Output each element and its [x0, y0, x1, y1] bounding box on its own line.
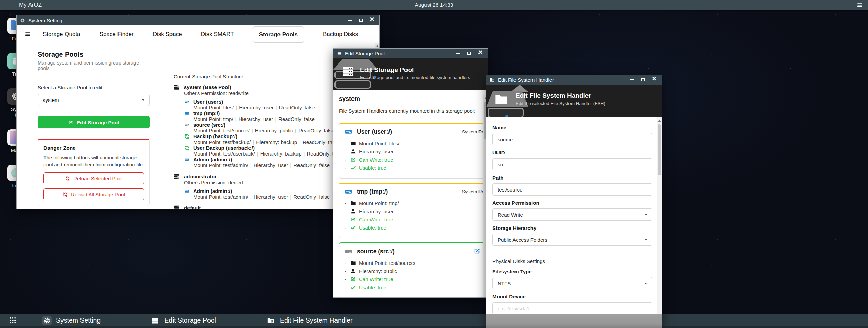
tab-space-finder[interactable]: Space Finder — [100, 31, 134, 38]
mount-device-input[interactable] — [492, 302, 652, 314]
storage-hierarchy-select[interactable]: Public Access Folders — [492, 234, 652, 246]
pool-name: administrator — [184, 174, 217, 179]
edit-fsh-button[interactable] — [474, 248, 481, 254]
desktop: My ArOZ August 26 14:33 FileTraSyst tMan… — [0, 0, 868, 328]
chevron-down-icon — [644, 281, 648, 286]
menu-icon[interactable] — [25, 31, 31, 37]
bars-icon — [337, 51, 342, 56]
divider — [38, 111, 150, 111]
edit-storage-pool-button[interactable]: Edit Storage Pool — [38, 116, 150, 128]
tab-storage-quota[interactable]: Storage Quota — [43, 31, 80, 38]
edit-fsh-window: Edit File System Handler Edit File Syste… — [486, 75, 662, 328]
name-input[interactable] — [492, 133, 652, 145]
minimize-button[interactable] — [630, 79, 634, 80]
filesystem-type-label: Filesystem Type — [492, 268, 655, 275]
maximize-button[interactable] — [641, 78, 645, 81]
tab-backup-disks[interactable]: Backup Disks — [323, 31, 358, 38]
close-button[interactable] — [652, 77, 657, 83]
scrollbar[interactable] — [657, 117, 662, 328]
fsh-property-text: Mount Point: tmp/ — [359, 200, 399, 206]
uuid-input[interactable] — [492, 158, 652, 170]
pool-name-heading: system — [339, 95, 482, 103]
fsh-property-row: Usable: true — [345, 223, 482, 232]
page-subtitle: Manage system and permission group stora… — [38, 60, 150, 71]
taskbar-app-edit-storage-pool[interactable]: Edit Storage Pool — [151, 316, 216, 324]
field-storage-hierarchy: Storage HierarchyPublic Access Folders — [492, 225, 655, 246]
fsh-name: Backup (backup:/) — [193, 134, 237, 139]
maximize-button[interactable] — [359, 19, 363, 22]
minimize-button[interactable] — [456, 53, 460, 54]
hdd-icon — [345, 248, 352, 255]
window-controls — [630, 77, 658, 83]
reload-selected-pool-button[interactable]: Reload Selected Pool — [43, 172, 144, 184]
header-title: Edit File System Handler — [516, 92, 662, 99]
edit-fsh-titlebar[interactable]: Edit File System Handler — [486, 75, 662, 85]
header-title: Edit Storage Pool — [360, 66, 488, 74]
taskbar-app-edit-file-system-handler[interactable]: Edit File System Handler — [267, 316, 353, 324]
tab-bar: Storage QuotaSpace FinderDisk SpaceDisk … — [17, 25, 379, 43]
tab-storage-pools[interactable]: Storage Pools — [253, 26, 304, 43]
storage-pool-select[interactable]: system — [38, 94, 150, 106]
gear-icon — [20, 18, 25, 23]
check-icon — [350, 165, 356, 170]
minimize-button[interactable] — [348, 20, 352, 21]
app-launcher-icon[interactable] — [9, 316, 17, 324]
fsh-property-row: Usable: true — [345, 283, 482, 291]
fsh-property-text: Hierarchy: user — [359, 208, 394, 214]
pool-description: File System Handlers currently mounted i… — [339, 108, 482, 114]
fsh-name: User Backup (userback:/) — [193, 145, 255, 151]
system-setting-titlebar[interactable]: System Setting — [17, 15, 379, 25]
fsh-property-text: Usable: true — [359, 225, 386, 231]
top-menu-icon[interactable] — [857, 2, 863, 8]
window-bottom-band — [486, 314, 662, 328]
hdd-icon — [184, 122, 190, 128]
edit-storage-pool-content: system File System Handlers currently mo… — [333, 95, 488, 298]
filesystem-type-select[interactable]: NTFS — [492, 277, 652, 289]
pool-name: default — [184, 205, 201, 209]
path-input[interactable] — [492, 183, 652, 196]
mount-device-label: Mount Device — [492, 293, 655, 300]
edit-fsh-header: Edit File System Handler Edit the select… — [486, 85, 662, 117]
check-icon — [350, 285, 356, 290]
tab-disk-space[interactable]: Disk Space — [153, 31, 182, 38]
folder-icon — [350, 141, 356, 146]
server-icon — [174, 173, 180, 180]
access-permission-select[interactable]: Read Write — [492, 208, 652, 221]
system-setting-content: Storage Pools Manage system and permissi… — [17, 43, 379, 209]
tab-disk-smart[interactable]: Disk SMART — [201, 31, 234, 38]
edit-icon — [68, 120, 73, 125]
fsh-property-text: Hierarchy: public — [359, 268, 397, 274]
hdd-icon — [345, 128, 352, 136]
check-icon — [350, 225, 356, 230]
divider — [492, 253, 655, 253]
fsh-property-row: Mount Point: test/source/ — [345, 259, 482, 267]
edit-storage-pool-window: Edit Storage Pool Edit Storage Pool Edit… — [333, 48, 488, 298]
fsh-property-row: Can Write: true — [345, 156, 482, 164]
taskbar-app-system-setting[interactable]: System Setting — [43, 316, 101, 324]
server-icon — [174, 205, 180, 209]
fsh-property-row: Mount Point: files/ — [345, 139, 482, 147]
maximize-button[interactable] — [467, 52, 471, 55]
fsh-card-title: User (user:/) — [357, 128, 392, 135]
chevron-down-icon — [644, 213, 648, 217]
field-uuid: UUID — [492, 149, 655, 170]
reload-all-storage-pool-button[interactable]: Reload All Storage Pool — [43, 188, 144, 200]
folder-file-icon — [267, 317, 274, 324]
user-icon — [350, 149, 356, 154]
server-icon — [342, 65, 355, 78]
clock: August 26 14:33 — [0, 2, 868, 8]
close-button[interactable] — [370, 18, 375, 23]
selected-value: NTFS — [498, 280, 511, 286]
fsh-property-text: Can Write: true — [359, 157, 393, 163]
fsh-name: Admin (admin:/) — [193, 188, 232, 194]
edit-storage-pool-titlebar[interactable]: Edit Storage Pool — [333, 49, 488, 58]
window-controls — [456, 51, 484, 56]
fsh-card-title: tmp (tmp:/) — [357, 188, 388, 195]
refresh-icon — [184, 134, 190, 139]
close-button[interactable] — [478, 51, 483, 56]
edit-storage-pool-header: Edit Storage Pool Edit storage pool and … — [333, 58, 488, 90]
system-setting-window: System Setting Storage QuotaSpace Finder… — [16, 15, 380, 209]
field-path: Path — [492, 175, 655, 196]
danger-zone-panel: Danger Zone The following buttons will u… — [38, 139, 150, 206]
gear-icon — [43, 317, 51, 324]
